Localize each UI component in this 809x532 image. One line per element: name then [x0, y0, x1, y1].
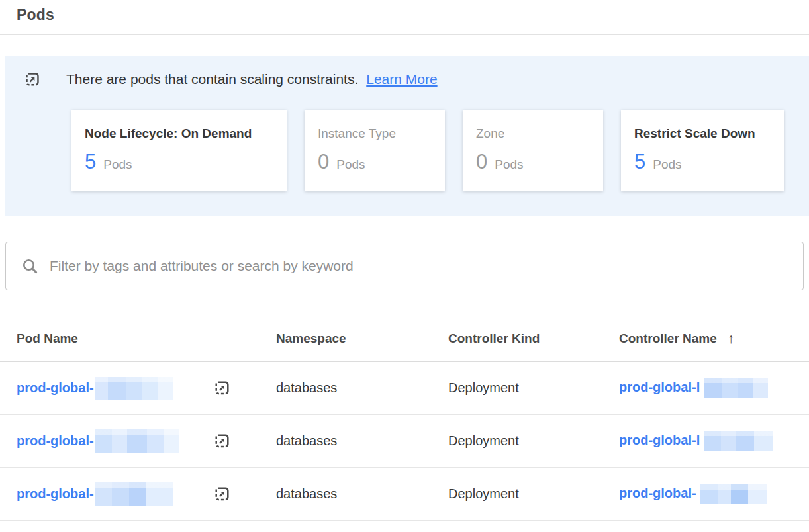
controller-name-cell: prod-global-l [619, 378, 809, 398]
card-zone[interactable]: Zone 0 Pods [463, 110, 603, 191]
page-title: Pods [17, 6, 809, 24]
redacted-text [95, 377, 173, 400]
scale-constraint-icon [213, 432, 231, 450]
table-row: prod-global- databases Deployment prod-g… [0, 468, 809, 521]
sort-ascending-icon[interactable]: ↑ [728, 331, 735, 347]
card-title: Node Lifecycle: On Demand [85, 126, 273, 141]
pod-name-link[interactable]: prod-global- [17, 433, 94, 449]
card-count: 0 [318, 150, 329, 174]
pod-name-cell: prod-global- [17, 482, 276, 506]
pod-name-cell: prod-global- [17, 429, 276, 453]
scaling-constraints-banner: There are pods that contain scaling cons… [5, 56, 809, 216]
table-row: prod-global- databases Deployment prod-g… [0, 415, 809, 468]
pod-name-link[interactable]: prod-global- [17, 380, 94, 396]
card-count: 5 [85, 150, 96, 174]
table-header-row: Pod Name Namespace Controller Kind Contr… [0, 316, 809, 362]
column-header-label: Controller Name [619, 332, 717, 346]
column-header-controller-kind[interactable]: Controller Kind [448, 332, 619, 346]
controller-kind-cell: Deployment [448, 433, 619, 449]
divider [0, 34, 809, 35]
scale-constraint-icon [213, 485, 231, 503]
column-header-pod-name[interactable]: Pod Name [17, 332, 276, 346]
table-row: prod-global- databases Deployment prod-g… [0, 362, 809, 415]
card-title: Zone [476, 126, 590, 141]
card-value: 5 Pods [85, 150, 273, 174]
controller-name-link[interactable]: prod-global-l [619, 433, 700, 447]
controller-kind-cell: Deployment [448, 380, 619, 396]
card-title: Restrict Scale Down [634, 126, 771, 141]
card-value: 0 Pods [476, 150, 590, 174]
controller-name-link[interactable]: prod-global-l [619, 380, 700, 394]
pod-name: prod-global- [17, 482, 213, 506]
controller-name-cell: prod-global-l [619, 431, 809, 451]
redacted-text [704, 431, 773, 451]
filter-search-bar[interactable] [5, 242, 804, 290]
pod-name-cell: prod-global- [17, 377, 276, 400]
card-unit: Pods [495, 157, 523, 172]
card-unit: Pods [336, 157, 365, 172]
banner-message: There are pods that contain scaling cons… [66, 71, 358, 87]
redacted-text [95, 429, 179, 453]
namespace-cell: databases [276, 433, 448, 449]
card-value: 5 Pods [634, 150, 771, 174]
controller-name-cell: prod-global- [619, 484, 809, 504]
card-value: 0 Pods [318, 150, 432, 174]
card-unit: Pods [103, 157, 132, 172]
search-input[interactable] [50, 258, 787, 274]
pod-name: prod-global- [17, 429, 213, 453]
scale-constraint-icon [213, 379, 231, 397]
column-header-controller-name[interactable]: Controller Name ↑ [619, 331, 809, 347]
redacted-text [700, 484, 767, 504]
namespace-cell: databases [276, 380, 448, 396]
redacted-text [95, 482, 173, 506]
banner-header: There are pods that contain scaling cons… [24, 71, 796, 88]
card-unit: Pods [653, 157, 681, 172]
controller-kind-cell: Deployment [448, 486, 619, 502]
redacted-text [704, 378, 768, 398]
namespace-cell: databases [276, 486, 448, 502]
card-title: Instance Type [318, 126, 432, 141]
learn-more-link[interactable]: Learn More [366, 71, 437, 87]
card-restrict-scale-down[interactable]: Restrict Scale Down 5 Pods [621, 110, 784, 191]
constraint-cards: Node Lifecycle: On Demand 5 Pods Instanc… [71, 110, 796, 191]
card-count: 0 [476, 150, 487, 174]
pods-table: Pod Name Namespace Controller Kind Contr… [0, 316, 809, 521]
card-count: 5 [634, 150, 645, 174]
pod-name-link[interactable]: prod-global- [17, 486, 94, 502]
pod-name: prod-global- [17, 377, 213, 400]
card-instance-type[interactable]: Instance Type 0 Pods [305, 110, 445, 191]
card-node-lifecycle[interactable]: Node Lifecycle: On Demand 5 Pods [71, 110, 287, 191]
controller-name-link[interactable]: prod-global- [619, 486, 696, 500]
column-header-namespace[interactable]: Namespace [276, 332, 448, 346]
search-icon [22, 258, 38, 275]
scale-constraint-icon [24, 71, 41, 88]
